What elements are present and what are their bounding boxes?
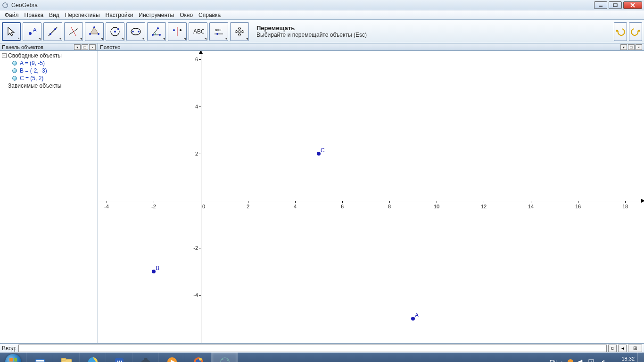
taskbar-item[interactable] (158, 353, 185, 362)
x-tick-label: 4 (294, 204, 297, 209)
tool-slider[interactable]: a=2 (209, 22, 228, 41)
svg-point-2 (7, 4, 8, 5)
toolbar: A ABC a=2 Перемещать Вы (0, 20, 644, 43)
taskbar-item-active[interactable] (211, 353, 238, 362)
command-input[interactable] (18, 345, 607, 352)
y-tick (199, 59, 201, 60)
app-icon (2, 2, 8, 8)
volume-icon[interactable] (578, 359, 584, 362)
window-title: GeoGebra (11, 2, 594, 8)
svg-point-25 (138, 31, 140, 33)
symbol-alpha-button[interactable]: α (608, 345, 617, 352)
svg-line-15 (71, 27, 76, 36)
x-tick-label: -4 (104, 204, 109, 209)
plot-point[interactable] (317, 152, 321, 156)
svg-text:ABC: ABC (193, 28, 204, 35)
panel-detach-button[interactable]: □ (628, 44, 635, 50)
menu-file[interactable]: Файл (2, 11, 22, 19)
tool-conic[interactable] (126, 22, 145, 41)
tool-line[interactable] (43, 22, 62, 41)
panel-detach-button[interactable]: □ (82, 44, 88, 50)
action-center-icon[interactable] (588, 359, 594, 362)
tree-item[interactable]: C = (5, 2) (12, 74, 96, 82)
svg-point-59 (568, 359, 573, 362)
taskbar-item[interactable] (185, 353, 211, 362)
y-tick-label: -4 (191, 292, 198, 298)
history-button[interactable]: ◂ (618, 345, 627, 352)
language-indicator[interactable]: EN (550, 359, 557, 362)
tool-angle[interactable] (147, 22, 166, 41)
svg-marker-60 (578, 360, 582, 362)
tool-perpendicular[interactable] (64, 22, 83, 41)
show-desktop-button[interactable] (637, 353, 644, 362)
tool-circle[interactable] (106, 22, 124, 41)
x-tick-label: 18 (622, 204, 628, 209)
svg-point-30 (173, 29, 175, 31)
taskbar-item[interactable]: W (106, 353, 132, 362)
tray-icon[interactable] (567, 359, 574, 362)
start-button[interactable] (0, 353, 26, 362)
point-icon (12, 61, 17, 66)
toolbar-redo-button[interactable] (629, 22, 642, 41)
input-bar: Ввод: α ◂ ⊞ (0, 343, 644, 353)
svg-rect-6 (613, 4, 617, 7)
tree-item[interactable]: A = (9, -5) (12, 59, 96, 67)
network-icon[interactable] (598, 359, 605, 362)
tray-arrow-icon[interactable]: ▴ (561, 359, 563, 362)
y-tick-label: 2 (191, 151, 198, 156)
y-axis (201, 51, 201, 343)
algebra-panel-title: Панель объектов (2, 44, 43, 50)
panel-close-button[interactable]: × (89, 44, 96, 50)
tool-polygon[interactable] (85, 22, 104, 41)
menu-perspectives[interactable]: Перспективы (62, 11, 103, 19)
panel-menu-button[interactable]: ▾ (74, 44, 81, 50)
svg-rect-36 (9, 358, 13, 362)
svg-point-0 (3, 2, 8, 8)
taskbar-item[interactable] (132, 353, 158, 362)
taskbar-item[interactable] (26, 353, 53, 362)
svg-point-18 (98, 33, 99, 35)
menu-window[interactable]: Окно (177, 11, 196, 19)
svg-rect-48 (144, 358, 148, 361)
maximize-button[interactable] (609, 1, 622, 9)
tool-point[interactable]: A (23, 22, 41, 41)
svg-point-22 (117, 28, 119, 30)
panel-close-button[interactable]: × (636, 44, 642, 50)
tree-toggle-icon[interactable]: − (2, 53, 7, 58)
panel-menu-button[interactable]: ▾ (620, 44, 627, 50)
plot-point[interactable] (411, 317, 415, 321)
menu-view[interactable]: Вид (46, 11, 62, 19)
algebra-panel-header: Панель объектов ▾ □ × (0, 43, 98, 51)
tool-move-view[interactable] (230, 22, 249, 41)
tree-item[interactable]: B = (-2, -3) (12, 67, 96, 74)
svg-rect-41 (36, 360, 44, 362)
taskbar-item[interactable] (53, 353, 79, 362)
minimize-button[interactable] (594, 1, 607, 9)
plot-point[interactable] (152, 270, 156, 273)
menu-settings[interactable]: Настройки (103, 11, 136, 19)
svg-point-1 (4, 3, 5, 4)
x-tick (154, 201, 154, 203)
graphics-canvas[interactable]: -4-2024681012141618642-2-4ABC (98, 51, 644, 343)
x-tick (201, 201, 201, 203)
plot-point-label: B (156, 265, 159, 272)
taskbar-item[interactable] (79, 353, 106, 362)
menu-tools[interactable]: Инструменты (136, 11, 177, 19)
taskbar-clock[interactable]: 18:32 08.12.2012 (609, 356, 635, 362)
svg-point-35 (216, 33, 218, 35)
menubar: Файл Правка Вид Перспективы Настройки Ин… (0, 10, 644, 20)
x-tick-label: 12 (481, 204, 487, 209)
tool-reflect[interactable] (168, 22, 187, 41)
help-button[interactable]: ⊞ (628, 345, 642, 352)
x-axis-arrow-icon (641, 199, 644, 203)
close-button[interactable] (623, 1, 642, 9)
tool-text[interactable]: ABC (189, 22, 207, 41)
tool-move[interactable] (2, 22, 21, 41)
menu-help[interactable]: Справка (196, 11, 223, 19)
menu-edit[interactable]: Правка (22, 11, 47, 19)
toolbar-undo-button[interactable] (614, 22, 627, 41)
svg-text:a=2: a=2 (215, 28, 222, 32)
graphics-panel-header: Полотно ▾ □ × (98, 43, 644, 51)
plot-point-label: C (321, 147, 325, 154)
x-tick-label: -2 (151, 204, 156, 209)
